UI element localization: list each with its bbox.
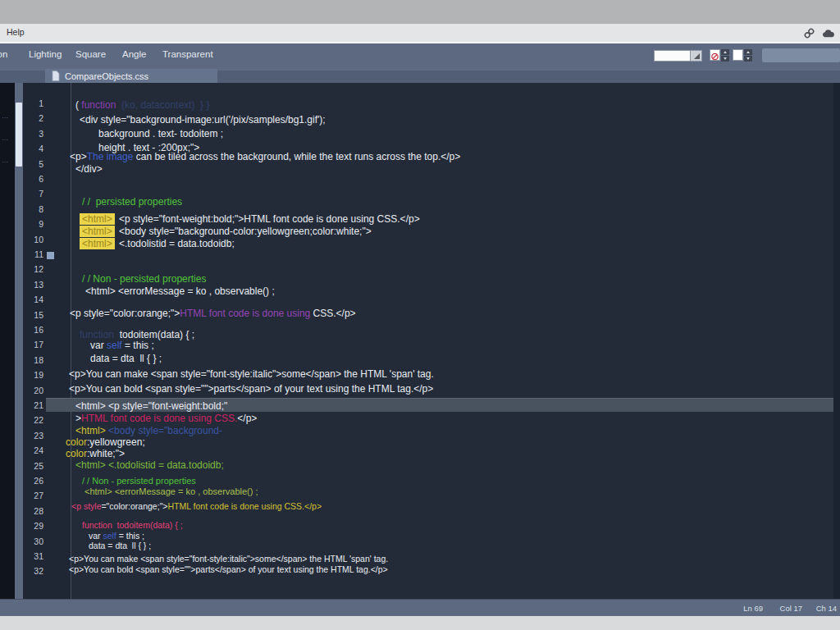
line-number: 7 <box>39 189 43 199</box>
panel-fragment: … <box>2 135 8 142</box>
code-line[interactable]: <p>You can make <span style="font-style:… <box>69 368 434 380</box>
line-number: 22 <box>34 415 43 425</box>
link-icon[interactable] <box>803 27 815 39</box>
code-line[interactable]: function todoitem(data) { ; <box>80 329 194 340</box>
spinner-buttons[interactable] <box>744 49 752 62</box>
toolbar-item-clipped[interactable]: ion <box>0 49 7 59</box>
line-number: 28 <box>34 506 43 516</box>
line-number: 8 <box>39 204 43 214</box>
code-line[interactable]: function todoitem(data) { ; <box>82 520 183 530</box>
code-line[interactable]: >HTML font code is done using CSS.</p> <box>75 413 257 424</box>
color-spinner[interactable] <box>733 49 752 62</box>
toolbar-item-angle[interactable]: Angle <box>122 49 146 59</box>
combobox-field[interactable] <box>655 51 690 61</box>
code-segment: <.todolistid = data.todoidb; <box>116 238 235 249</box>
line-number: 12 <box>34 264 43 274</box>
code-segment: todoitem(data) { ; <box>114 329 194 340</box>
code-segment: <p style="font-weight:bold;">HTML font c… <box>116 213 420 225</box>
code-line[interactable]: <p>You can make <span style="font-style:… <box>69 554 388 564</box>
code-segment: <p>You can make <span style="font-style:… <box>69 554 388 564</box>
line-number: 18 <box>34 355 43 365</box>
code-segment: = this ; <box>125 340 154 351</box>
spin-down-icon[interactable] <box>721 56 729 62</box>
code-segment: <html> <errorMessage = ko , observable()… <box>84 486 258 496</box>
cloud-icon[interactable] <box>821 27 835 39</box>
panel-fragment: … <box>2 157 8 164</box>
code-segment: / / persisted properties <box>82 196 182 208</box>
code-line[interactable]: <p>You can bold <span style="">parts</sp… <box>69 383 433 395</box>
code-line[interactable]: color:white;"> <box>66 448 125 459</box>
code-line[interactable]: <html> <errorMessage = ko , observable()… <box>85 285 275 297</box>
code-segment: CSS.</p> <box>313 308 356 319</box>
code-segment: / / Non - persisted properties <box>82 273 206 285</box>
code-line[interactable]: </div> <box>75 163 103 175</box>
file-icon <box>52 71 60 81</box>
code-line[interactable]: <div style="background-image:url('/pix/s… <box>80 114 326 126</box>
code-line[interactable]: <html> <.todolistid = data.todoidb; <box>80 238 235 249</box>
code-line[interactable]: <p style="color:orange;">HTML font code … <box>70 308 356 319</box>
toolbar-input[interactable] <box>762 48 840 62</box>
code-line[interactable]: <html> <p style="font-weight:bold;" <box>75 400 227 412</box>
code-segment: The image <box>87 151 136 162</box>
spin-up-icon[interactable] <box>721 49 729 55</box>
status-char: Ch 14 <box>816 604 837 613</box>
line-number: 3 <box>39 129 43 139</box>
panel-fragment: … <box>2 112 8 120</box>
spin-down-icon[interactable] <box>744 56 752 62</box>
spinner-buttons[interactable] <box>721 49 729 62</box>
combobox-dropdown-button[interactable] <box>690 51 701 61</box>
code-segment: color <box>66 436 87 448</box>
code-line[interactable]: / / Non - persisted properties <box>82 273 206 285</box>
code-segment: </p> <box>237 413 257 424</box>
right-scrollbar-track[interactable] <box>833 83 840 599</box>
code-line[interactable]: <html> <body style="background- <box>75 425 222 436</box>
toolbar-item-lighting[interactable]: Lighting <box>29 49 62 59</box>
line-number: 11 <box>34 249 43 259</box>
code-segment: <body style="background- <box>106 425 222 436</box>
code-line[interactable]: <html> <.todolistid = data.todoidb; <box>75 459 224 471</box>
code-line[interactable]: data = dta ll { } ; <box>90 353 162 364</box>
toolbar-item-square[interactable]: Square <box>75 49 106 59</box>
code-line[interactable]: data = dta ll { } ; <box>89 541 151 550</box>
code-line[interactable]: var self = this ; <box>90 340 154 351</box>
no-color-swatch[interactable] <box>710 49 720 61</box>
code-segment: var <box>90 340 107 351</box>
toolbar-combobox[interactable] <box>654 50 702 62</box>
no-color-spinner[interactable] <box>710 49 729 62</box>
code-line[interactable]: background . text- todoitem ; <box>98 128 223 139</box>
code-line[interactable]: <p style="color:orange;">HTML font code … <box>71 501 322 511</box>
code-segment: <p style <box>71 501 101 511</box>
code-segment: self <box>103 531 119 541</box>
white-color-swatch[interactable] <box>733 49 743 61</box>
tab-strip: CompareObjects.css <box>0 67 840 83</box>
code-line[interactable]: var self = this ; <box>89 531 144 541</box>
menu-help[interactable]: Help <box>7 27 25 37</box>
code-line[interactable]: <html> <p style="font-weight:bold;">HTML… <box>80 213 420 225</box>
line-number: 9 <box>39 219 43 229</box>
code-line[interactable]: / / persisted properties <box>82 196 182 208</box>
code-line[interactable]: / / Non - persisted properties <box>82 476 196 486</box>
line-number: 25 <box>34 461 43 471</box>
code-line[interactable]: color:yellowgreen; <box>66 436 145 448</box>
code-segment: <html> <p style="font-weight:bold;" <box>75 400 227 412</box>
code-line[interactable]: <html> <body style="background-color:yel… <box>80 226 372 237</box>
code-segment: <div style="background-image:url('/pix/s… <box>80 114 326 126</box>
tab-compareobjects[interactable]: CompareObjects.css <box>45 69 217 83</box>
toolbar-item-transparent[interactable]: Transparent <box>162 49 213 59</box>
spin-up-icon[interactable] <box>744 49 752 55</box>
code-segment: HTML font code is done using CSS.</p> <box>168 501 322 511</box>
code-line[interactable]: ( function (ko, datacontext) } } <box>75 99 209 111</box>
line-number: 10 <box>34 235 43 244</box>
code-segment: / / Non - persisted properties <box>82 476 196 486</box>
line-number: 23 <box>34 431 43 441</box>
code-segment: var <box>89 531 103 541</box>
scrollbar-thumb[interactable] <box>16 103 22 167</box>
code-line[interactable]: <p>The image can be tiled across the bac… <box>70 151 460 162</box>
code-line[interactable]: <html> <errorMessage = ko , observable()… <box>84 486 258 496</box>
left-scrollbar[interactable] <box>15 83 23 599</box>
collapsed-side-panel[interactable]: … … … <box>0 83 15 599</box>
line-number-gutter: 1234567891011121314151617181920212223242… <box>23 83 71 599</box>
code-segment: HTML font code is done using <box>180 308 313 319</box>
code-segment: <p> <box>70 151 87 162</box>
code-line[interactable]: <p>You can bold <span style="">parts</sp… <box>69 564 388 574</box>
